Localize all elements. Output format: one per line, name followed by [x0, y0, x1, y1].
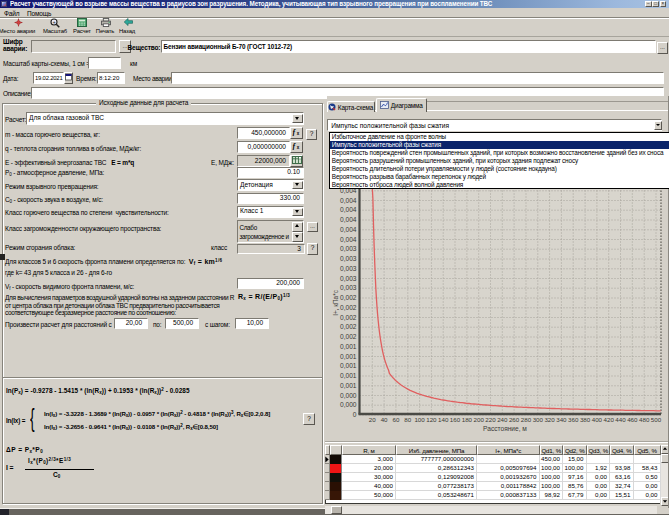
svg-text:260: 260	[509, 416, 520, 423]
svg-text:0: 0	[353, 411, 357, 418]
svg-text:0,002: 0,002	[340, 304, 357, 311]
svg-text:0,000: 0,000	[340, 401, 357, 408]
svg-text:x: x	[297, 131, 300, 136]
svg-text:0,004: 0,004	[340, 216, 357, 223]
svg-text:380: 380	[580, 416, 591, 423]
svg-text:20: 20	[369, 416, 376, 423]
svg-text:100: 100	[414, 416, 425, 423]
svg-text:0,001: 0,001	[340, 382, 357, 389]
svg-text:160: 160	[450, 416, 461, 423]
svg-text:200: 200	[474, 416, 485, 423]
svg-text:240: 240	[497, 416, 508, 423]
svg-text:0,003: 0,003	[340, 284, 357, 291]
svg-text:0,004: 0,004	[340, 197, 357, 204]
svg-text:0,001: 0,001	[340, 372, 357, 379]
svg-text:420: 420	[604, 416, 615, 423]
svg-text:0,001: 0,001	[340, 343, 357, 350]
svg-text:280: 280	[521, 416, 532, 423]
svg-text:140: 140	[438, 416, 449, 423]
svg-text:80: 80	[404, 416, 411, 423]
svg-text:0,004: 0,004	[340, 206, 357, 213]
svg-text:I+, кПа*с: I+, кПа*с	[332, 289, 339, 315]
svg-text:500: 500	[651, 416, 662, 423]
svg-text:300: 300	[533, 416, 544, 423]
svg-text:0,000: 0,000	[340, 392, 357, 399]
svg-text:0,002: 0,002	[340, 314, 357, 321]
svg-text:0,002: 0,002	[340, 294, 357, 301]
svg-text:0,003: 0,003	[340, 275, 357, 282]
svg-text:0,003: 0,003	[340, 255, 357, 262]
svg-text:0,003: 0,003	[340, 265, 357, 272]
svg-text:0,002: 0,002	[340, 333, 357, 340]
svg-text:x: x	[297, 145, 300, 150]
svg-text:0,004: 0,004	[340, 226, 357, 233]
svg-text:0,004: 0,004	[340, 236, 357, 243]
svg-text:340: 340	[556, 416, 567, 423]
svg-text:+: +	[52, 19, 55, 25]
svg-text:220: 220	[485, 416, 496, 423]
svg-text:360: 360	[568, 416, 579, 423]
svg-text:120: 120	[426, 416, 437, 423]
svg-text:440: 440	[615, 416, 626, 423]
svg-text:60: 60	[392, 416, 399, 423]
svg-text:320: 320	[544, 416, 555, 423]
svg-text:0,002: 0,002	[340, 323, 357, 330]
svg-text:40: 40	[381, 416, 388, 423]
svg-text:480: 480	[639, 416, 650, 423]
svg-text:180: 180	[462, 416, 473, 423]
svg-text:0,001: 0,001	[340, 362, 357, 369]
svg-text:Расстояние, м: Расстояние, м	[483, 425, 527, 432]
svg-text:400: 400	[592, 416, 603, 423]
svg-text:0,003: 0,003	[340, 245, 357, 252]
svg-text:460: 460	[627, 416, 638, 423]
svg-text:0,001: 0,001	[340, 353, 357, 360]
